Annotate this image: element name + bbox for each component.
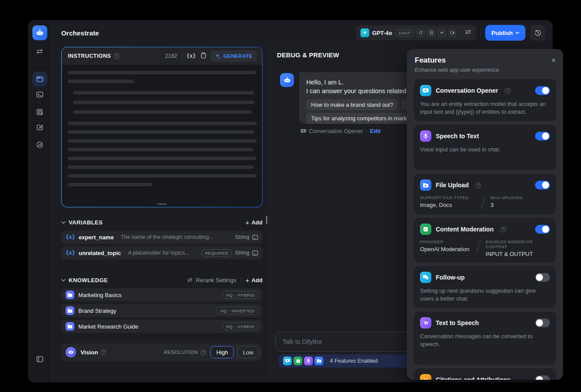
- add-variable-button[interactable]: +Add: [245, 219, 262, 226]
- file-upload-toggle[interactable]: [535, 181, 550, 189]
- instructions-panel[interactable]: INSTRUCTIONS ? 2182 {x} GENERATE: [61, 47, 262, 207]
- help-icon[interactable]: ?: [476, 182, 481, 188]
- sidebar-item-monitoring[interactable]: [32, 137, 47, 152]
- topbar: Orchestrate ✳ GPT-4o CHAT Publish: [52, 20, 553, 46]
- feature-name: Citations and Attributions: [436, 376, 511, 380]
- help-icon[interactable]: ?: [505, 88, 511, 94]
- add-knowledge-button[interactable]: +Add: [245, 276, 262, 284]
- feature-description: Conversation messages can be converted t…: [420, 332, 550, 348]
- feature-description: Setting up next questions suggestion can…: [420, 287, 550, 303]
- text-to-speech-toggle[interactable]: [535, 318, 550, 327]
- model-name: GPT-4o: [372, 30, 392, 36]
- field-value: 3: [490, 202, 523, 208]
- edit-opener-link[interactable]: Edit: [370, 128, 381, 134]
- knowledge-row[interactable]: Market Research Guide HQ · HYBRID: [61, 320, 262, 333]
- chevron-down-icon[interactable]: [61, 221, 66, 224]
- file-upload-icon: [315, 357, 323, 365]
- features-enabled-label: 4 Features Enabled: [330, 358, 378, 364]
- variable-row[interactable]: {x} unrelated_topic · A placeholder for …: [61, 246, 262, 259]
- input-field-icon: [252, 234, 258, 240]
- copy-icon[interactable]: [200, 52, 206, 60]
- required-badge: REQUIRED: [202, 249, 231, 257]
- knowledge-name: Marketing Basics: [78, 292, 122, 298]
- openai-logo-icon: ✳: [360, 28, 369, 37]
- vision-title: Vision: [80, 349, 98, 356]
- follow-up-icon: [420, 272, 431, 283]
- sidebar-settings-sliders-icon[interactable]: [32, 44, 47, 59]
- topbar-divider: [480, 29, 481, 36]
- field-value: INPUT & OUTPUT: [486, 251, 550, 257]
- field-label: ENABLED MODERATE CONTENT: [486, 239, 550, 249]
- feature-card-content-moderation: Content Moderation ? PROVIDER OpenAI Mod…: [414, 218, 556, 262]
- model-selector[interactable]: ✳ GPT-4o CHAT: [356, 25, 476, 40]
- resize-handle[interactable]: [157, 203, 167, 205]
- column-resize-handle[interactable]: [266, 216, 267, 224]
- history-icon: [534, 29, 542, 37]
- feature-description: Voice input can be used in chat.: [420, 146, 550, 154]
- resolution-label: RESOLUTION: [164, 350, 198, 355]
- sparkle-icon: [215, 53, 221, 59]
- field-label: PROVIDER: [420, 239, 471, 244]
- help-icon[interactable]: ?: [101, 350, 106, 355]
- conversation-opener-icon: [283, 357, 292, 365]
- app-logo-robot-icon[interactable]: [32, 25, 47, 40]
- feature-card-conversation-opener: Conversation Opener ? You are an entity …: [414, 79, 556, 121]
- feature-name: File Upload: [436, 182, 469, 189]
- feature-name: Speech to Text: [436, 133, 479, 140]
- field-label: MAX UPLOADS: [490, 195, 523, 200]
- variables-header: VARIABLES +Add: [61, 217, 262, 228]
- speech-to-text-icon: [420, 130, 431, 142]
- knowledge-row[interactable]: Brand Strategy HQ · INVERTED: [61, 304, 262, 317]
- suggested-question-chip[interactable]: How to make a brand stand out?: [306, 99, 398, 110]
- resolution-low-button[interactable]: Low: [237, 346, 259, 358]
- feature-name: Follow-up: [436, 274, 465, 281]
- variables-title: VARIABLES: [69, 219, 103, 226]
- follow-up-toggle[interactable]: [535, 273, 550, 282]
- resolution-high-button[interactable]: High: [210, 346, 234, 358]
- model-params-tune-icon[interactable]: [465, 28, 472, 37]
- opener-label: Conversation Opener: [309, 128, 363, 134]
- citations-quote-icon: [420, 374, 431, 380]
- feature-description: You are an entity extraction model that …: [420, 100, 550, 116]
- sidebar-item-logs[interactable]: [32, 105, 47, 119]
- knowledge-name: Market Research Guide: [78, 323, 138, 330]
- suggested-question-chip[interactable]: Tips for analyzing competitors in market: [306, 113, 416, 124]
- feature-name: Text to Speech: [436, 319, 479, 326]
- speech-to-text-toggle[interactable]: [535, 132, 550, 140]
- help-icon[interactable]: ?: [200, 350, 206, 355]
- sidebar-item-annotations[interactable]: [32, 120, 47, 135]
- chevron-down-icon[interactable]: [61, 279, 66, 282]
- version-history-button[interactable]: [530, 25, 546, 41]
- conversation-opener-toggle[interactable]: [535, 86, 550, 95]
- features-panel: Features Enhance web app user experience…: [407, 49, 563, 380]
- text-to-speech-icon: T: [420, 317, 431, 329]
- vision-icon: [417, 29, 424, 37]
- publish-button[interactable]: Publish: [485, 25, 525, 41]
- variable-row[interactable]: {x} expert_name · The name of the strate…: [61, 231, 262, 244]
- sidebar-collapse-icon[interactable]: [32, 352, 47, 367]
- sidebar-item-terminal[interactable]: [32, 87, 47, 102]
- variable-name: unrelated_topic: [79, 250, 121, 256]
- content-moderation-toggle[interactable]: [535, 225, 550, 234]
- close-icon[interactable]: ✕: [551, 57, 556, 64]
- sidebar-item-orchestrate[interactable]: [32, 72, 47, 87]
- help-icon[interactable]: ?: [500, 227, 506, 232]
- chevron-down-icon: [515, 32, 519, 34]
- document-icon: [427, 29, 435, 37]
- citations-toggle[interactable]: [535, 375, 550, 380]
- vision-eye-icon: [66, 347, 76, 357]
- feature-card-follow-up: Follow-up Setting up next questions sugg…: [414, 266, 556, 308]
- knowledge-badge: HQ · HYBRID: [223, 322, 258, 330]
- generate-button[interactable]: GENERATE: [211, 50, 257, 62]
- feature-card-speech-to-text: Speech to Text Voice input can be used i…: [414, 125, 556, 170]
- knowledge-badge: HQ · HYBRID: [223, 291, 258, 299]
- variable-desc: A placeholder for topics...: [128, 250, 202, 256]
- feature-name: Content Moderation: [436, 226, 494, 233]
- help-icon[interactable]: ?: [114, 53, 119, 59]
- insert-variable-icon[interactable]: {x}: [186, 53, 196, 59]
- knowledge-row[interactable]: Marketing Basics HQ · HYBRID: [61, 288, 262, 301]
- dataset-folder-icon: [66, 322, 74, 331]
- content-moderation-icon: [420, 224, 431, 235]
- rerank-settings-button[interactable]: Rerank Settings: [187, 277, 236, 284]
- file-upload-icon: [420, 179, 431, 191]
